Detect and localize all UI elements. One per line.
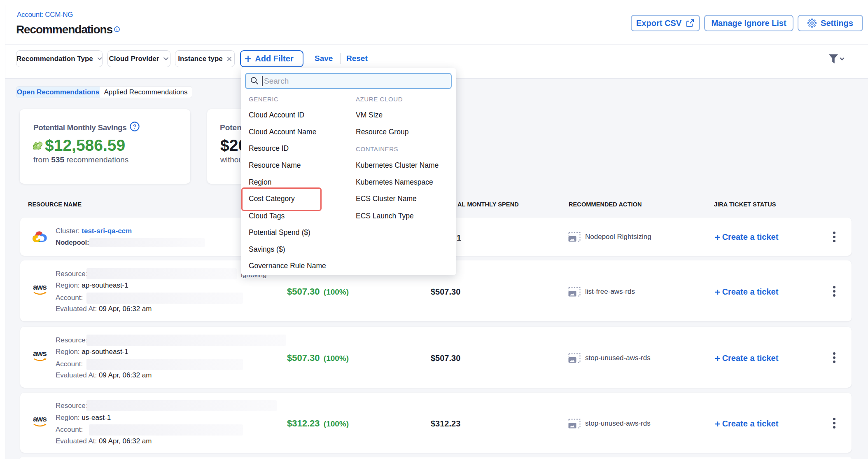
svg-text:?: ? bbox=[133, 123, 136, 130]
